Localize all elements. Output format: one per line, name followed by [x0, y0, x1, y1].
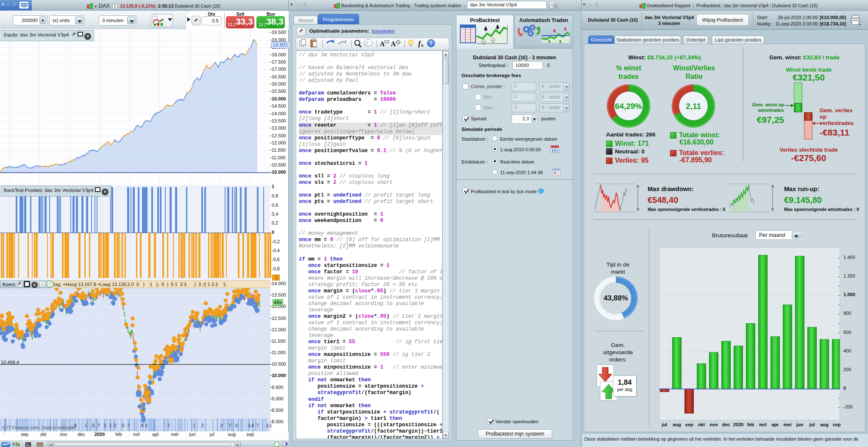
svg-text:2: 2: [201, 423, 204, 428]
svg-text:5: 5: [235, 423, 238, 428]
svg-text:2: 2: [220, 423, 223, 428]
svg-text:2: 2: [145, 423, 147, 428]
svg-text:A: A: [391, 40, 396, 47]
svg-text:x: x: [421, 43, 423, 47]
svg-text:,4: ,4: [140, 423, 144, 428]
svg-text:7: 7: [167, 423, 170, 428]
svg-text:2: 2: [114, 423, 116, 428]
svg-text:5: 5: [122, 423, 125, 428]
svg-text:7: 7: [256, 423, 259, 428]
svg-text:7: 7: [97, 423, 100, 428]
svg-text:,5: ,5: [91, 423, 95, 428]
svg-text:A: A: [380, 40, 385, 47]
svg-text:3,4: 3,4: [248, 423, 254, 428]
svg-text:7: 7: [229, 423, 231, 428]
svg-text:2: 2: [104, 423, 106, 428]
svg-text:7: 7: [127, 423, 130, 428]
svg-text:f: f: [418, 40, 421, 47]
svg-text:1: 1: [193, 423, 195, 428]
svg-text:1: 1: [109, 423, 112, 428]
svg-text:?: ?: [429, 41, 432, 47]
svg-text:1: 1: [85, 423, 87, 428]
